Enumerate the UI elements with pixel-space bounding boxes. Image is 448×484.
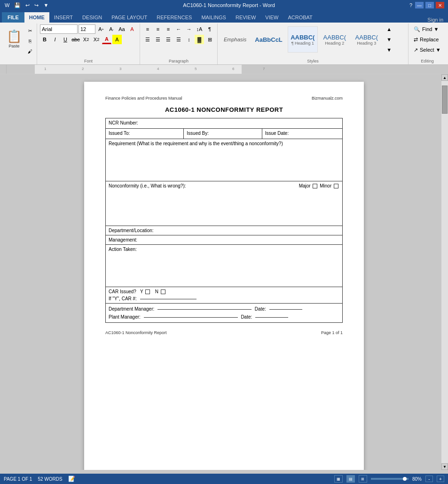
increase-indent-button[interactable]: → (184, 24, 194, 34)
page-info: PAGE 1 OF 1 (4, 476, 32, 482)
redo-icon[interactable]: ↪ (33, 2, 39, 9)
styles-more[interactable]: ▼ (385, 45, 394, 55)
clear-formatting-button[interactable]: A (127, 24, 137, 34)
requirement-cell: Requirement (What is the requirement and… (106, 139, 343, 181)
undo-icon[interactable]: ↩ (24, 2, 31, 9)
minimize-button[interactable]: — (415, 2, 424, 8)
tab-review[interactable]: REVIEW (231, 12, 260, 23)
tab-references[interactable]: REFERENCES (152, 12, 196, 23)
scrollbar-right[interactable]: ▲ ▼ (441, 74, 448, 470)
change-case-button[interactable]: Aa (117, 24, 126, 34)
ribbon-body: 📋 Paste ✂ ⎘ 🖌 A+ A- Aa A B I U abc X2 X2 (0, 23, 448, 65)
car-n-checkbox[interactable] (161, 289, 165, 294)
border-button[interactable]: ⊞ (205, 35, 214, 44)
tab-design[interactable]: DESIGN (78, 12, 107, 23)
paragraph-group: ≡ ≡ ≡ ← → ↕A ¶ ☰ ☰ ☰ ☰ ↕ ▓ ⊞ Paragraph (140, 23, 218, 64)
zoom-slider[interactable] (371, 478, 409, 480)
print-layout-view-button[interactable]: ▦ (334, 475, 343, 483)
tab-page-layout[interactable]: PAGE LAYOUT (107, 12, 152, 23)
tab-acrobat[interactable]: ACROBAT (283, 12, 317, 23)
align-left-button[interactable]: ☰ (143, 35, 152, 44)
center-button[interactable]: ☰ (153, 35, 163, 44)
styles-group-label: Styles (220, 59, 405, 63)
car-y-checkbox[interactable] (145, 289, 150, 294)
bullet-list-button[interactable]: ≡ (143, 24, 152, 34)
replace-button[interactable]: ⇄ Replace (411, 35, 443, 44)
shading-button[interactable]: ▓ (195, 35, 204, 44)
tab-home[interactable]: HOME (24, 12, 49, 23)
font-name-input[interactable] (40, 24, 78, 34)
clipboard-sub-buttons: ✂ ⎘ 🖌 (25, 24, 35, 63)
strikethrough-button[interactable]: abc (71, 35, 80, 44)
zoom-in-button[interactable]: + (437, 476, 444, 482)
dept-manager-date-field[interactable] (269, 309, 302, 310)
paste-button[interactable]: 📋 Paste (4, 24, 24, 53)
style-heading1-label[interactable]: AABBC( ¶ Heading 1 (288, 26, 318, 53)
select-icon: ↗ (414, 47, 418, 53)
dept-manager-field[interactable] (157, 309, 252, 310)
table-row-car: CAR Issued? Y N If "Y", CAR #: (106, 287, 343, 304)
zoom-out-button[interactable]: - (425, 476, 433, 482)
table-row-action: Action Taken: (106, 245, 343, 287)
clipboard-group: 📋 Paste ✂ ⎘ 🖌 (2, 23, 37, 64)
document-header: Finance Policies and Procedures Manual B… (105, 96, 343, 101)
tab-view[interactable]: VIEW (260, 12, 283, 23)
minor-checkbox[interactable] (334, 184, 338, 188)
superscript-button[interactable]: X2 (92, 35, 101, 44)
help-icon[interactable]: ? (409, 2, 413, 8)
save-icon[interactable]: 💾 (13, 2, 22, 9)
tab-mailings[interactable]: MAILINGS (196, 12, 231, 23)
title-bar: W 💾 ↩ ↪ ▼ AC1060-1 Nonconformity Report … (0, 0, 448, 10)
car-number-field[interactable] (140, 299, 196, 299)
sort-button[interactable]: ↕A (195, 24, 204, 34)
ruler: 1 2 3 4 5 6 7 (0, 65, 448, 74)
close-button[interactable]: ✕ (436, 2, 444, 8)
word-logo-icon: W (4, 2, 10, 8)
find-button[interactable]: 🔍 Find ▼ (411, 24, 443, 34)
qa-dropdown-icon[interactable]: ▼ (42, 2, 49, 8)
italic-button[interactable]: I (50, 35, 60, 44)
copy-button[interactable]: ⎘ (25, 37, 35, 45)
style-heading1[interactable]: AaBbCcL (252, 32, 286, 47)
line-spacing-button[interactable]: ↕ (184, 35, 194, 44)
text-color-button[interactable]: A (102, 35, 111, 44)
zoom-thumb[interactable] (403, 477, 407, 481)
underline-button[interactable]: U (61, 35, 70, 44)
scroll-down-button[interactable]: ▼ (441, 463, 448, 470)
read-mode-button[interactable]: ▤ (346, 475, 355, 483)
styles-scroll-down[interactable]: ▼ (385, 35, 394, 44)
font-size-input[interactable] (79, 24, 95, 34)
style-heading3-label[interactable]: AABBC( Heading 3 (352, 26, 382, 53)
select-button[interactable]: ↗ Select ▼ (411, 45, 443, 55)
maximize-button[interactable]: □ (425, 2, 434, 8)
plant-manager-date-field[interactable] (255, 317, 288, 318)
font-shrink-button[interactable]: A- (107, 24, 116, 34)
scroll-up-button[interactable]: ▲ (441, 74, 448, 81)
plant-manager-field[interactable] (144, 317, 238, 318)
align-right-button[interactable]: ☰ (164, 35, 173, 44)
major-checkbox[interactable] (313, 184, 317, 188)
subscript-button[interactable]: X2 (81, 35, 91, 44)
style-emphasis[interactable]: Emphasis (220, 32, 250, 47)
car-number-line: If "Y", CAR #: (109, 296, 339, 301)
cut-button[interactable]: ✂ (25, 26, 35, 35)
format-painter-button[interactable]: 🖌 (25, 47, 35, 55)
justify-button[interactable]: ☰ (174, 35, 183, 44)
scroll-thumb[interactable] (442, 86, 448, 114)
decrease-indent-button[interactable]: ← (174, 24, 183, 34)
proofing-icon[interactable]: 📝 (68, 476, 75, 482)
tab-file[interactable]: FILE (2, 12, 24, 23)
highlight-button[interactable]: A (112, 35, 122, 44)
styles-scroll-up[interactable]: ▲ (385, 24, 394, 34)
show-hide-button[interactable]: ¶ (205, 24, 214, 34)
bold-button[interactable]: B (40, 35, 49, 44)
footer-left: AC1060-1 Nonconformity Report (105, 330, 167, 335)
tab-insert[interactable]: INSERT (49, 12, 78, 23)
sign-in-label[interactable]: Sign in (423, 17, 448, 23)
web-layout-button[interactable]: ⊞ (359, 475, 367, 483)
outline-list-button[interactable]: ≡ (164, 24, 173, 34)
font-grow-button[interactable]: A+ (96, 24, 106, 34)
numbered-list-button[interactable]: ≡ (153, 24, 163, 34)
scroll-track[interactable] (441, 81, 448, 463)
style-heading2-label[interactable]: AABBC( Heading 2 (320, 26, 350, 53)
